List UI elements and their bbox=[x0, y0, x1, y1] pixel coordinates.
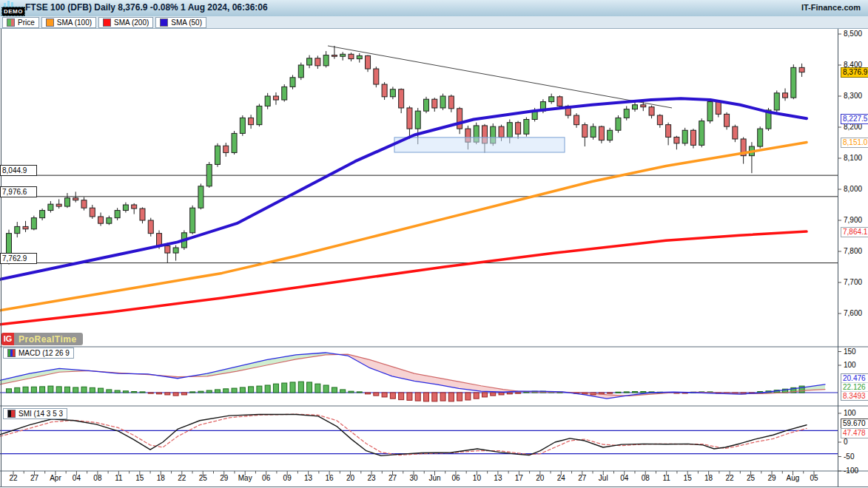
legend-tab-sma50[interactable]: SMA (50) bbox=[155, 17, 206, 28]
smi-tab-label: SMI (14 3 5 3 bbox=[18, 410, 63, 418]
price-chart-canvas[interactable] bbox=[0, 0, 868, 488]
candlestick-logo-icon bbox=[4, 1, 13, 7]
macd-icon bbox=[7, 349, 16, 357]
demo-badge: DEMO bbox=[1, 7, 25, 16]
price-tab-label: Price bbox=[18, 18, 35, 27]
sma100-icon bbox=[46, 18, 54, 27]
brand-link[interactable]: IT-Finance.com bbox=[801, 3, 861, 12]
sma50-icon bbox=[160, 18, 168, 27]
legend-tab-price[interactable]: Price bbox=[2, 17, 39, 28]
macd-tab-label: MACD (12 26 9 bbox=[18, 349, 70, 357]
sma200-icon bbox=[103, 18, 111, 27]
instrument-title: FTSE 100 (DFB) Daily 8,376.9 -0.08% 1 Au… bbox=[25, 2, 268, 13]
title-bar: DEMO FTSE 100 (DFB) Daily 8,376.9 -0.08%… bbox=[0, 0, 868, 17]
smi-indicator-tab[interactable]: SMI (14 3 5 3 bbox=[3, 408, 67, 419]
legend-tab-sma200[interactable]: SMA (200) bbox=[98, 17, 153, 28]
macd-indicator-tab[interactable]: MACD (12 26 9 bbox=[3, 348, 74, 359]
price-icon bbox=[7, 18, 15, 27]
legend-tab-sma100[interactable]: SMA (100) bbox=[41, 17, 96, 28]
smi-icon bbox=[7, 410, 16, 418]
sma100-tab-label: SMA (100) bbox=[57, 18, 92, 27]
sma50-tab-label: SMA (50) bbox=[171, 18, 202, 27]
legend-bar: Price SMA (100) SMA (200) SMA (50) bbox=[0, 16, 868, 29]
sma200-tab-label: SMA (200) bbox=[114, 18, 149, 27]
